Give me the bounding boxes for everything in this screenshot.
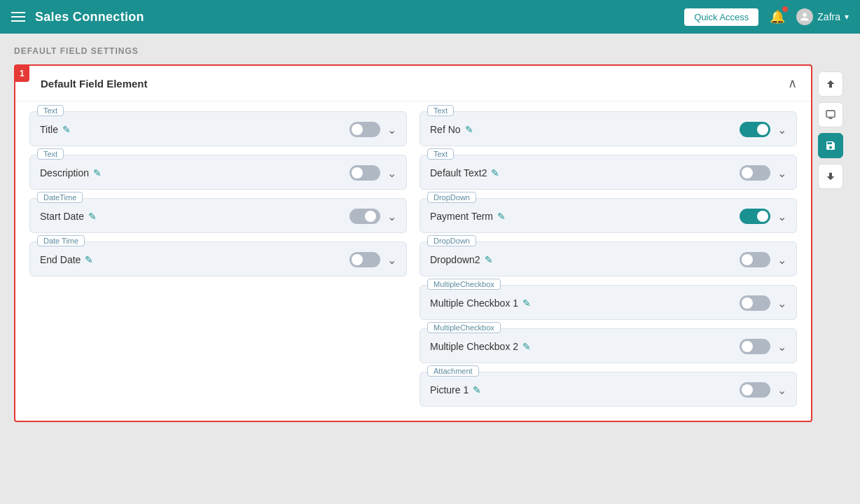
left-column: TextTitle✎⌄TextDescription✎⌄DateTimeStar… (29, 111, 407, 407)
edit-icon[interactable]: ✎ (491, 167, 499, 178)
avatar (796, 8, 813, 25)
app-title: Sales Connection (35, 10, 144, 24)
edit-icon[interactable]: ✎ (485, 254, 493, 265)
card-header-title: Default Field Element (41, 78, 148, 90)
field-type-badge: DateTime (37, 192, 83, 203)
expand-icon[interactable]: ⌄ (387, 167, 396, 180)
edit-icon[interactable]: ✎ (465, 124, 473, 135)
expand-icon[interactable]: ⌄ (777, 167, 786, 180)
page-title: DEFAULT FIELD SETTINGS (14, 46, 846, 56)
card-number: 1 (15, 65, 29, 82)
field-group-start-date: DateTimeStart Date✎⌄ (29, 198, 407, 233)
toggle-switch[interactable] (349, 165, 380, 181)
user-menu[interactable]: Zafra ▾ (796, 8, 849, 25)
toggle-switch[interactable] (740, 252, 770, 267)
field-group-end-date: Date TimeEnd Date✎⌄ (29, 241, 407, 276)
field-group-multiple-checkbox-2: MultipleCheckboxMultiple Checkbox 2✎⌄ (419, 328, 797, 363)
field-type-badge: DropDown (427, 192, 476, 203)
field-group-ref-no: TextRef No✎⌄ (419, 111, 797, 146)
card-header: Default Field Element ∧ (15, 66, 811, 102)
menu-icon[interactable] (11, 12, 25, 22)
expand-icon[interactable]: ⌄ (777, 340, 786, 354)
edit-icon[interactable]: ✎ (473, 384, 481, 396)
user-name: Zafra (817, 11, 840, 22)
field-name-start-date: Start Date (40, 211, 84, 222)
notification-badge (782, 6, 788, 12)
page-content: DEFAULT FIELD SETTINGS 1 Default Field E… (0, 34, 860, 435)
monitor-button[interactable] (818, 102, 843, 127)
toggle-switch[interactable] (740, 165, 770, 181)
field-name-end-date: End Date (40, 254, 81, 265)
field-type-badge: MultipleCheckbox (427, 322, 501, 333)
field-group-multiple-checkbox-1: MultipleCheckboxMultiple Checkbox 1✎⌄ (419, 285, 797, 320)
field-type-badge: Text (427, 148, 454, 160)
expand-icon[interactable]: ⌄ (387, 210, 396, 223)
topnav-left: Sales Connection (11, 10, 144, 24)
right-column: TextRef No✎⌄TextDefault Text2✎⌄DropDownP… (419, 111, 797, 407)
topnav: Sales Connection Quick Access 🔔 Zafra ▾ (0, 0, 860, 34)
topnav-right: Quick Access 🔔 Zafra ▾ (684, 8, 849, 26)
svg-rect-0 (826, 111, 835, 117)
quick-access-button[interactable]: Quick Access (684, 8, 758, 26)
field-group-picture-1: AttachmentPicture 1✎⌄ (419, 372, 797, 407)
edit-icon[interactable]: ✎ (522, 298, 531, 309)
card-body: TextTitle✎⌄TextDescription✎⌄DateTimeStar… (15, 102, 811, 421)
edit-icon[interactable]: ✎ (62, 124, 71, 135)
bell-icon[interactable]: 🔔 (770, 10, 785, 24)
edit-icon[interactable]: ✎ (93, 167, 102, 178)
expand-icon[interactable]: ⌄ (777, 384, 786, 397)
field-group-default-text2: TextDefault Text2✎⌄ (419, 155, 797, 190)
up-button[interactable] (818, 71, 843, 97)
toggle-switch[interactable] (740, 295, 770, 311)
field-group-dropdown2: DropDownDropdown2✎⌄ (419, 241, 797, 276)
field-name-multiple-checkbox-1: Multiple Checkbox 1 (430, 298, 518, 309)
svg-rect-2 (830, 117, 831, 118)
field-group-payment-term: DropDownPayment Term✎⌄ (419, 198, 797, 233)
field-group-description: TextDescription✎⌄ (29, 155, 407, 190)
collapse-icon[interactable]: ∧ (788, 76, 797, 91)
field-type-badge: MultipleCheckbox (427, 279, 501, 290)
toggle-switch[interactable] (740, 382, 770, 398)
side-actions (815, 64, 846, 196)
toggle-switch[interactable] (740, 122, 770, 137)
save-button[interactable] (818, 133, 843, 158)
expand-icon[interactable]: ⌄ (777, 253, 786, 267)
field-type-badge: Text (37, 148, 64, 160)
main-layout: 1 Default Field Element ∧ TextTitle✎⌄Tex… (14, 64, 846, 422)
edit-icon[interactable]: ✎ (497, 211, 506, 222)
toggle-switch[interactable] (349, 122, 380, 137)
edit-icon[interactable]: ✎ (85, 254, 93, 265)
field-name-payment-term: Payment Term (430, 211, 493, 222)
down-button[interactable] (818, 164, 843, 189)
toggle-switch[interactable] (349, 252, 380, 267)
field-type-badge: DropDown (427, 235, 476, 246)
main-card: 1 Default Field Element ∧ TextTitle✎⌄Tex… (14, 64, 812, 422)
field-group-title: TextTitle✎⌄ (29, 111, 407, 146)
expand-icon[interactable]: ⌄ (777, 210, 786, 223)
svg-rect-1 (828, 118, 832, 119)
expand-icon[interactable]: ⌄ (777, 123, 786, 136)
field-type-badge: Text (37, 105, 64, 116)
edit-icon[interactable]: ✎ (88, 211, 97, 222)
expand-icon[interactable]: ⌄ (777, 297, 786, 310)
field-type-badge: Date Time (37, 235, 85, 246)
edit-icon[interactable]: ✎ (522, 341, 531, 352)
toggle-switch[interactable] (349, 209, 380, 224)
field-name-dropdown2: Dropdown2 (430, 254, 480, 265)
field-type-badge: Attachment (427, 365, 479, 377)
field-name-ref-no: Ref No (430, 124, 461, 135)
toggle-switch[interactable] (740, 209, 770, 224)
field-type-badge: Text (427, 105, 454, 116)
toggle-switch[interactable] (740, 339, 770, 354)
field-name-multiple-checkbox-2: Multiple Checkbox 2 (430, 341, 518, 352)
expand-icon[interactable]: ⌄ (387, 123, 396, 136)
field-name-default-text2: Default Text2 (430, 167, 487, 178)
expand-icon[interactable]: ⌄ (387, 253, 396, 267)
field-name-description: Description (40, 167, 89, 178)
user-chevron-icon: ▾ (845, 12, 849, 22)
field-name-picture-1: Picture 1 (430, 384, 469, 396)
field-name-title: Title (40, 124, 58, 135)
bell-container: 🔔 (770, 9, 785, 24)
